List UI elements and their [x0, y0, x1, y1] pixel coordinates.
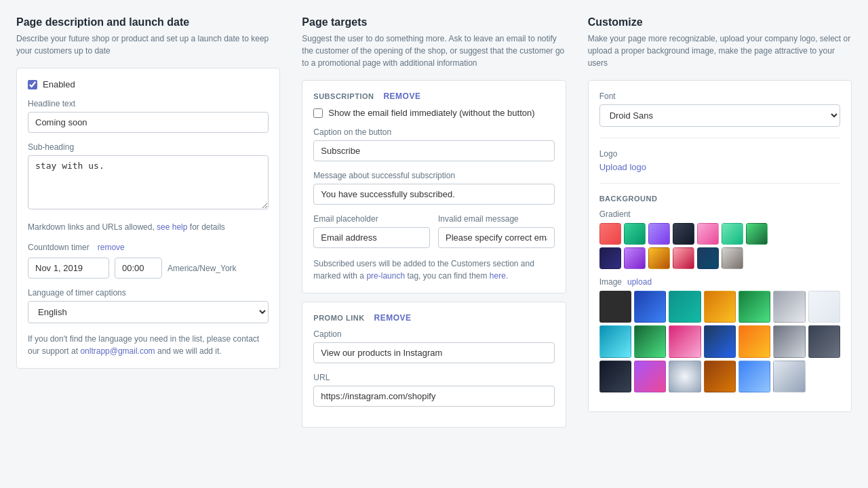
email-placeholder-group: Email placeholder: [313, 214, 430, 248]
headline-label: Headline text: [28, 99, 269, 108]
headline-input[interactable]: [28, 112, 269, 133]
gradient-swatch-9[interactable]: [648, 247, 670, 269]
image-thumb-12[interactable]: [773, 325, 805, 357]
col3-container: Customize Make your page more recognizab…: [577, 16, 852, 412]
customize-card: Font Droid Sans Arial Helvetica Georgia …: [588, 80, 852, 412]
pre-launch-link[interactable]: pre-launch: [366, 271, 405, 281]
background-section: BACKGROUND Gradient: [599, 195, 840, 392]
logo-divider: [599, 183, 840, 184]
show-email-label: Show the email field immediately (withou…: [328, 108, 534, 118]
font-group: Font Droid Sans Arial Helvetica Georgia …: [599, 92, 840, 127]
promo-header: PROMO LINK remove: [313, 313, 554, 323]
countdown-group: Countdown timer remove America/New_York: [28, 243, 269, 279]
image-thumb-7[interactable]: [599, 325, 631, 357]
promo-remove-link[interactable]: remove: [374, 313, 412, 323]
invalid-email-input[interactable]: [438, 227, 555, 248]
url-input[interactable]: [313, 386, 554, 407]
image-thumb-6[interactable]: [808, 291, 840, 323]
image-thumb-2[interactable]: [669, 291, 701, 323]
image-thumb-17[interactable]: [704, 361, 736, 392]
countdown-date-input[interactable]: [28, 258, 109, 279]
font-label: Font: [599, 92, 840, 101]
gradient-swatch-5[interactable]: [722, 223, 743, 245]
gradient-swatch-1[interactable]: [624, 223, 646, 245]
gradient-swatch-6[interactable]: [746, 223, 768, 245]
image-thumb-18[interactable]: [738, 361, 770, 392]
image-thumb-11[interactable]: [738, 325, 770, 357]
markdown-hint: Markdown links and URLs allowed, see hel…: [28, 221, 269, 233]
subscription-header: SUBSCRIPTION remove: [313, 92, 554, 101]
image-thumb-8[interactable]: [634, 325, 666, 357]
image-grid: [599, 291, 840, 392]
enabled-checkbox[interactable]: [28, 80, 37, 89]
gradient-subsection: Gradient: [599, 209, 840, 269]
caption-promo-group: Caption: [313, 329, 554, 363]
col2-desc: Suggest the user to do something more. A…: [302, 33, 566, 69]
language-hint: If you don't find the language you need …: [28, 333, 269, 357]
countdown-inputs: America/New_York: [28, 258, 269, 279]
success-message-group: Message about successful subscription: [313, 171, 554, 205]
caption-promo-label: Caption: [313, 329, 554, 339]
image-thumb-0[interactable]: [599, 291, 631, 323]
image-thumb-16[interactable]: [669, 361, 701, 392]
invalid-email-label: Invalid email message: [438, 214, 555, 224]
see-help-link[interactable]: see help: [157, 222, 187, 232]
success-message-input[interactable]: [313, 184, 554, 205]
gradient-swatch-4[interactable]: [697, 223, 719, 245]
gradient-swatch-11[interactable]: [697, 247, 719, 269]
image-thumb-19[interactable]: [773, 361, 805, 392]
col1-container: Page description and launch date Describ…: [16, 16, 291, 369]
subheading-label: Sub-heading: [28, 142, 269, 152]
gradient-label: Gradient: [599, 209, 840, 219]
image-thumb-4[interactable]: [738, 291, 770, 323]
image-thumb-13[interactable]: [808, 325, 840, 357]
countdown-label: Countdown timer: [28, 243, 90, 252]
url-group: URL: [313, 373, 554, 407]
image-upload-link[interactable]: upload: [627, 277, 652, 287]
show-email-checkbox[interactable]: [313, 108, 323, 118]
image-thumb-5[interactable]: [773, 291, 805, 323]
image-thumb-9[interactable]: [669, 325, 701, 357]
image-thumb-1[interactable]: [634, 291, 666, 323]
col2-title: Page targets: [302, 16, 566, 28]
gradient-swatch-7[interactable]: [599, 247, 621, 269]
gradient-swatch-8[interactable]: [624, 247, 646, 269]
gradient-swatch-10[interactable]: [673, 247, 694, 269]
support-email-link[interactable]: onltrapp@gmail.com: [80, 346, 155, 356]
subheading-input[interactable]: stay with us.: [28, 155, 269, 209]
language-label: Language of timer captions: [28, 288, 269, 298]
invalid-email-group: Invalid email message: [438, 214, 555, 248]
countdown-time-input[interactable]: [115, 258, 162, 279]
gradient-swatch-12[interactable]: [722, 247, 743, 269]
gradient-swatch-2[interactable]: [648, 223, 670, 245]
language-select[interactable]: English Spanish French German Portuguese: [28, 301, 269, 323]
gradient-grid: [599, 223, 840, 269]
here-link[interactable]: here: [490, 271, 506, 281]
caption-button-input[interactable]: [313, 140, 554, 161]
col1-title: Page description and launch date: [16, 16, 280, 28]
timezone-label: America/New_York: [167, 264, 237, 273]
image-thumb-10[interactable]: [704, 325, 736, 357]
show-email-row: Show the email field immediately (withou…: [313, 108, 554, 118]
image-thumb-15[interactable]: [634, 361, 666, 392]
col1-card: Enabled Headline text Sub-heading stay w…: [16, 68, 280, 369]
enabled-row: Enabled: [28, 79, 269, 89]
logo-label: Logo: [599, 149, 840, 159]
col1-desc: Describe your future shop or product and…: [16, 33, 280, 57]
subscription-remove-link[interactable]: remove: [383, 92, 420, 101]
enabled-label: Enabled: [43, 79, 75, 89]
gradient-swatch-0[interactable]: [599, 223, 621, 245]
caption-promo-input[interactable]: [313, 342, 554, 363]
caption-button-group: Caption on the button: [313, 127, 554, 161]
email-placeholder-label: Email placeholder: [313, 214, 430, 224]
image-thumb-14[interactable]: [599, 361, 631, 392]
image-thumb-3[interactable]: [704, 291, 736, 323]
font-select[interactable]: Droid Sans Arial Helvetica Georgia Times…: [599, 104, 840, 127]
col3-title: Customize: [588, 16, 852, 28]
email-placeholder-input[interactable]: [313, 227, 430, 248]
gradient-swatch-3[interactable]: [673, 223, 694, 245]
upload-logo-link[interactable]: Upload logo: [599, 162, 646, 172]
logo-section: Logo Upload logo: [599, 149, 840, 172]
caption-button-label: Caption on the button: [313, 127, 554, 137]
countdown-remove-link[interactable]: remove: [98, 243, 125, 252]
